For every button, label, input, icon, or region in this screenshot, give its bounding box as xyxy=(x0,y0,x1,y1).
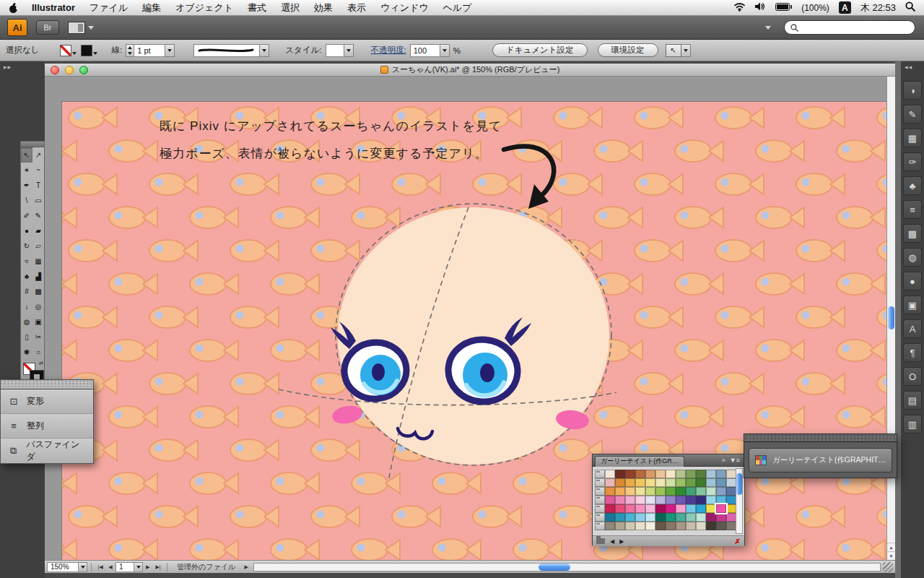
swatch[interactable] xyxy=(645,470,655,478)
swatch[interactable] xyxy=(716,504,726,513)
pen-tool[interactable]: ✒ xyxy=(21,178,32,193)
swatch[interactable] xyxy=(716,487,726,496)
next-artboard-button[interactable]: ▶ xyxy=(143,562,153,572)
swatch[interactable] xyxy=(615,504,625,513)
panel-item-transform[interactable]: ⊡変形 xyxy=(1,389,93,414)
swap-fill-stroke-icon[interactable]: ⇄ xyxy=(39,361,43,366)
swatch[interactable] xyxy=(676,487,686,496)
zoom-caret[interactable] xyxy=(79,562,87,572)
gradient-tool[interactable]: ▩ xyxy=(32,284,44,299)
magic-wand-tool[interactable]: ✶ xyxy=(21,163,32,178)
eyedropper-tool[interactable]: ↓ xyxy=(21,299,32,314)
status-text[interactable]: 管理外のファイル xyxy=(177,562,235,572)
stroke-icon[interactable]: ≡ xyxy=(903,200,922,219)
swatch[interactable] xyxy=(716,496,726,504)
spotlight-icon[interactable] xyxy=(905,1,915,14)
swatch[interactable] xyxy=(635,487,645,496)
swatch[interactable] xyxy=(726,504,736,513)
status-menu-button[interactable]: ▶ xyxy=(241,562,251,572)
swatch[interactable] xyxy=(706,487,716,496)
tab-overflow-icon[interactable]: » xyxy=(722,457,725,464)
wifi-icon[interactable] xyxy=(733,2,746,14)
annotation-text-line1[interactable]: 既に Pixiv にアップされてるスーちゃんのイラストを見て xyxy=(160,118,502,134)
preferences-button[interactable]: 環境設定 xyxy=(598,43,658,57)
swatch[interactable] xyxy=(615,496,625,504)
swatch[interactable] xyxy=(605,478,615,487)
swatch[interactable] xyxy=(716,513,726,522)
workspace-switcher[interactable] xyxy=(68,22,94,34)
panel-item-align[interactable]: ≡整列 xyxy=(1,414,93,439)
bridge-button[interactable]: Br xyxy=(36,20,59,35)
color-group-icon[interactable] xyxy=(595,513,605,522)
swatch[interactable] xyxy=(706,470,716,478)
new-color-group-icon[interactable] xyxy=(596,538,605,544)
swatch[interactable] xyxy=(716,478,726,487)
previous-artboard-button[interactable]: ◀ xyxy=(105,562,116,572)
app-menu[interactable]: Illustrator xyxy=(25,2,82,13)
swatch[interactable] xyxy=(696,504,706,513)
horizontal-scrollbar[interactable] xyxy=(253,563,881,571)
layers-icon[interactable]: ▤ xyxy=(903,391,922,410)
horizontal-scrollbar-thumb[interactable] xyxy=(539,564,570,571)
swatch[interactable] xyxy=(666,496,676,504)
hand-tool[interactable]: ✱ xyxy=(21,345,32,360)
illustrator-app-icon[interactable]: Ai xyxy=(7,19,27,36)
swatch[interactable] xyxy=(645,496,655,504)
fill-color-well[interactable] xyxy=(60,45,77,56)
artboard[interactable]: 既に Pixiv にアップされてるスーちゃんのイラストを見て 極力ポーズ、表情が… xyxy=(61,101,886,560)
color-icon[interactable]: ◑ xyxy=(903,81,922,100)
vertical-scrollbar-thumb[interactable] xyxy=(888,306,894,329)
swatches-scrollbar-thumb[interactable] xyxy=(736,473,742,495)
next-swatches-button[interactable]: ▶ xyxy=(619,538,624,545)
toolbox-grip[interactable] xyxy=(21,142,44,147)
brush-definition-dropdown[interactable] xyxy=(193,44,269,57)
zoom-field[interactable]: 150% xyxy=(47,562,79,572)
swatch[interactable] xyxy=(686,496,696,504)
swatch[interactable] xyxy=(645,522,655,530)
swatch[interactable] xyxy=(645,487,655,496)
opentype-icon[interactable]: O xyxy=(903,367,922,386)
swatch[interactable] xyxy=(615,522,625,530)
expand-right-dock-button[interactable]: ◀◀ xyxy=(901,61,912,69)
rotate-tool[interactable]: ↻ xyxy=(21,238,32,254)
menubar-item-3[interactable]: 書式 xyxy=(240,1,274,14)
mesh-tool[interactable]: # xyxy=(21,284,32,299)
color-group-icon[interactable] xyxy=(595,522,605,530)
swatch[interactable] xyxy=(666,522,676,530)
swatch[interactable] xyxy=(706,522,716,530)
last-artboard-button[interactable]: ▶| xyxy=(153,562,163,572)
brushes-icon[interactable]: ✑ xyxy=(903,152,922,171)
input-method-icon[interactable]: A xyxy=(839,1,851,14)
window-titlebar[interactable]: スーちゃん(VK).ai* @ 150% (RGB/プレビュー) xyxy=(45,64,895,77)
artboard-number-caret[interactable] xyxy=(134,562,143,572)
swatch[interactable] xyxy=(676,522,686,530)
gradient-icon[interactable]: ▩ xyxy=(903,224,922,243)
first-artboard-button[interactable]: |◀ xyxy=(95,562,105,572)
collapse-left-dock-button[interactable]: ▶▶ xyxy=(0,61,45,69)
blob-brush-tool[interactable]: ● xyxy=(21,223,32,238)
swatch[interactable] xyxy=(635,513,645,522)
menubar-item-0[interactable]: ファイル xyxy=(82,1,135,14)
minimize-button[interactable] xyxy=(65,66,74,74)
artboards-icon[interactable]: ▥ xyxy=(903,415,922,434)
stroke-weight-field[interactable]: 1 pt xyxy=(134,44,165,57)
swatch[interactable] xyxy=(696,522,706,530)
swatch[interactable] xyxy=(666,478,676,487)
line-segment-tool[interactable]: \ xyxy=(21,193,32,208)
swatch[interactable] xyxy=(676,496,686,504)
paintbrush-tool[interactable]: ✐ xyxy=(21,208,32,223)
panel-item-pathfinder[interactable]: ⧉パスファインダ xyxy=(1,439,93,463)
opacity-dropdown[interactable]: 100 xyxy=(410,44,450,57)
swatch[interactable] xyxy=(686,478,696,487)
swatch[interactable] xyxy=(655,522,666,530)
swatch[interactable] xyxy=(706,504,716,513)
artboard-number-field[interactable]: 1 xyxy=(116,562,134,572)
graphic-styles-icon[interactable]: ▣ xyxy=(903,296,922,314)
swatch[interactable] xyxy=(686,487,696,496)
appearance-icon[interactable]: ● xyxy=(903,272,922,290)
panel-drag-handle[interactable] xyxy=(744,434,897,442)
color-group-icon[interactable] xyxy=(595,470,605,478)
swatch[interactable] xyxy=(625,487,635,496)
zoom-button[interactable] xyxy=(79,66,88,74)
swatch[interactable] xyxy=(635,522,645,530)
